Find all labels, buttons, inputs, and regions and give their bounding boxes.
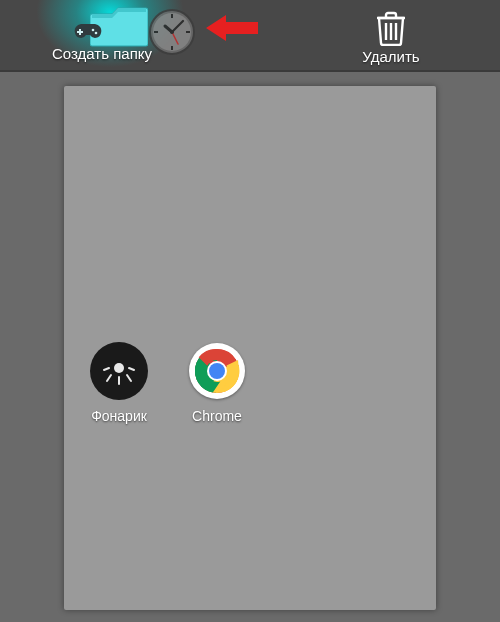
svg-rect-1: [77, 31, 83, 33]
app-label: Фонарик: [91, 408, 147, 424]
gamepad-icon: [74, 22, 102, 42]
flashlight-icon: [90, 342, 148, 400]
app-chrome[interactable]: Chrome: [172, 342, 262, 424]
annotation-arrow-icon: [206, 13, 258, 43]
svg-line-20: [107, 375, 111, 381]
svg-point-28: [209, 363, 225, 379]
dragged-app-clock-icon[interactable]: [148, 8, 196, 56]
app-flashlight[interactable]: Фонарик: [74, 342, 164, 424]
delete-drop-target[interactable]: Удалить: [282, 0, 500, 70]
app-label: Chrome: [192, 408, 242, 424]
svg-point-18: [114, 363, 124, 373]
svg-point-13: [170, 30, 174, 34]
trash-icon: [375, 10, 407, 46]
create-folder-label: Создать папку: [52, 45, 152, 62]
drag-action-bar: Создать папку Удалить: [0, 0, 500, 72]
chrome-icon: [189, 343, 245, 399]
svg-marker-17: [206, 15, 258, 41]
svg-line-22: [104, 368, 109, 370]
svg-point-2: [92, 29, 95, 32]
delete-label: Удалить: [362, 48, 419, 65]
svg-point-3: [95, 32, 98, 35]
home-screen-page[interactable]: Фонарик: [64, 86, 436, 610]
svg-line-23: [129, 368, 134, 370]
svg-line-21: [127, 375, 131, 381]
